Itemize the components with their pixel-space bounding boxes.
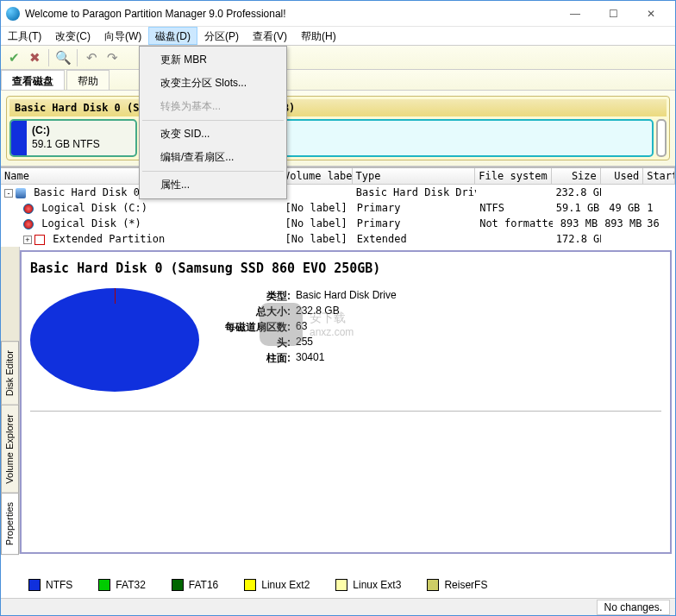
view-tabs: 查看磁盘 帮助 [1, 70, 675, 91]
usage-pie-chart [30, 288, 199, 392]
table-row[interactable]: + Extended Partition[No label]Extended17… [1, 231, 675, 247]
disk-frame-title: Basic Hard Disk 0 (Samsung SSD 860 EVO 2… [9, 99, 667, 116]
swatch-fat32 [98, 579, 110, 591]
prop-label-heads: 头: [216, 336, 291, 350]
swatch-ntfs [28, 579, 41, 591]
detail-panel: Basic Hard Disk 0 (Samsung SSD 860 EVO 2… [20, 250, 672, 554]
legend-fat16: FAT16 [189, 579, 218, 591]
undo-button[interactable]: ↶ [82, 48, 101, 67]
prop-value-total: 232.8 GB [296, 305, 340, 319]
apply-button[interactable]: ✔ [4, 48, 23, 67]
prop-value-cyl: 30401 [296, 351, 324, 366]
tab-help[interactable]: 帮助 [66, 70, 110, 90]
table-header: Name Volume label Type File system Size … [1, 168, 675, 185]
prop-value-type: Basic Hard Disk Drive [296, 289, 397, 304]
discard-button[interactable]: ✖ [25, 48, 44, 67]
col-type[interactable]: Type [353, 168, 476, 184]
partition-table: Name Volume label Type File system Size … [1, 167, 675, 247]
menuitem-change-slots[interactable]: 改变主分区 Slots... [141, 72, 285, 95]
table-row[interactable]: - Basic Hard Disk 0 (Samsung SSD 860 EVO… [1, 185, 675, 200]
menuitem-properties[interactable]: 属性... [141, 173, 285, 197]
menu-view[interactable]: 查看(V) [246, 27, 294, 45]
prop-value-heads: 255 [296, 336, 313, 350]
legend-reiser: ReiserFS [444, 579, 487, 591]
swatch-fat16 [172, 579, 184, 591]
partition-c-label: (C:) [32, 123, 100, 137]
redo-button[interactable]: ↷ [103, 48, 122, 67]
menuitem-convert-basic: 转换为基本... [141, 95, 285, 118]
property-list: 类型:Basic Hard Disk Drive 总大小:232.8 GB 每磁… [216, 288, 397, 367]
prop-label-cyl: 柱面: [216, 351, 291, 366]
legend-ntfs: NTFS [46, 579, 72, 591]
menu-tools[interactable]: 工具(T) [1, 27, 48, 45]
legend-fat32: FAT32 [116, 579, 145, 591]
disk-dropdown: 更新 MBR 改变主分区 Slots... 转换为基本... 改变 SID...… [139, 46, 287, 199]
legend-ext2: Linux Ext2 [261, 579, 310, 591]
col-size[interactable]: Size [552, 168, 601, 184]
partition-c-used-bar [11, 121, 27, 155]
maximize-button[interactable]: ☐ [594, 2, 632, 26]
menu-change[interactable]: 改变(C) [48, 27, 97, 45]
sidetab-volume-explorer[interactable]: Volume Explorer [1, 405, 19, 493]
sidetab-properties[interactable]: Properties [1, 493, 19, 555]
statusbar: No changes. [1, 598, 675, 615]
search-icon[interactable]: 🔍 [53, 48, 72, 67]
col-used[interactable]: Used [601, 168, 643, 184]
partition-c[interactable]: (C:) 59.1 GB NTFS [9, 119, 137, 157]
swatch-ext3 [335, 579, 347, 591]
minimize-button[interactable]: — [556, 2, 594, 26]
table-row[interactable]: Logical Disk (C:)[No label]PrimaryNTFS59… [1, 200, 675, 216]
swatch-reiser [427, 579, 439, 591]
window-title: Welcome to Paragon Partition Manager 9.0… [25, 8, 556, 20]
disk-frame[interactable]: Basic Hard Disk 0 (Samsung SSD 860 EVO 2… [6, 96, 670, 160]
menu-wizard[interactable]: 向导(W) [97, 27, 148, 45]
prop-label-sectors: 每磁道扇区数: [216, 320, 291, 335]
side-tabs: Disk Editor Volume Explorer Properties [1, 247, 20, 554]
filesystem-legend: NTFS FAT32 FAT16 Linux Ext2 Linux Ext3 R… [20, 574, 670, 596]
sidetab-disk-editor[interactable]: Disk Editor [1, 341, 19, 405]
col-start[interactable]: Start [643, 168, 675, 184]
menuitem-update-mbr[interactable]: 更新 MBR [141, 48, 285, 72]
prop-label-total: 总大小: [216, 305, 291, 319]
col-filesystem[interactable]: File system [475, 168, 552, 184]
detail-title: Basic Hard Disk 0 (Samsung SSD 860 EVO 2… [30, 261, 661, 276]
menu-partition[interactable]: 分区(P) [197, 27, 246, 45]
menuitem-change-sid[interactable]: 改变 SID... [141, 123, 285, 146]
partition-c-size: 59.1 GB NTFS [32, 137, 100, 151]
status-changes: No changes. [597, 600, 670, 615]
close-button[interactable]: ✕ [632, 2, 670, 26]
prop-value-sectors: 63 [296, 320, 307, 335]
toolbar: ✔ ✖ 🔍 ↶ ↷ [1, 46, 675, 70]
menu-help[interactable]: 帮助(H) [294, 27, 343, 45]
table-row[interactable]: Logical Disk (*)[No label]PrimaryNot for… [1, 216, 675, 231]
tab-view-disks[interactable]: 查看磁盘 [1, 70, 65, 90]
legend-ext3: Linux Ext3 [353, 579, 401, 591]
menu-disk[interactable]: 磁盘(D) [148, 27, 197, 45]
prop-label-type: 类型: [216, 289, 291, 304]
col-volume[interactable]: Volume label [280, 168, 353, 184]
swatch-ext2 [244, 579, 256, 591]
disk-map-area: Basic Hard Disk 0 (Samsung SSD 860 EVO 2… [1, 91, 675, 167]
titlebar: Welcome to Paragon Partition Manager 9.0… [1, 1, 675, 27]
menuitem-edit-sectors[interactable]: 编辑/查看扇区... [141, 146, 285, 169]
menubar: 工具(T) 改变(C) 向导(W) 磁盘(D) 分区(P) 查看(V) 帮助(H… [1, 27, 675, 46]
app-icon [6, 7, 20, 21]
partition-small[interactable] [656, 119, 667, 157]
